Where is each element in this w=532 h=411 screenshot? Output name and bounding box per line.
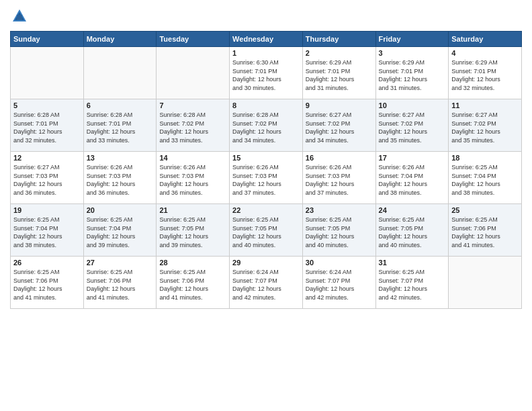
day-number: 1 <box>232 49 300 57</box>
calendar-cell: 23Sunrise: 6:25 AMSunset: 7:05 PMDayligh… <box>302 204 375 257</box>
day-number: 19 <box>13 206 81 214</box>
calendar-table: SundayMondayTuesdayWednesdayThursdayFrid… <box>10 31 522 309</box>
day-info: Sunrise: 6:25 AMSunset: 7:06 PMDaylight:… <box>87 268 154 302</box>
day-number: 18 <box>451 154 519 162</box>
day-number: 26 <box>13 259 81 267</box>
day-info: Sunrise: 6:25 AMSunset: 7:05 PMDaylight:… <box>306 216 373 249</box>
day-number: 25 <box>451 206 519 214</box>
day-info: Sunrise: 6:25 AMSunset: 7:04 PMDaylight:… <box>87 216 154 249</box>
calendar-cell: 25Sunrise: 6:25 AMSunset: 7:06 PMDayligh… <box>449 204 522 257</box>
day-number: 20 <box>87 206 154 214</box>
calendar-cell: 24Sunrise: 6:25 AMSunset: 7:05 PMDayligh… <box>375 204 449 257</box>
logo-icon <box>10 7 29 26</box>
calendar-cell: 28Sunrise: 6:25 AMSunset: 7:06 PMDayligh… <box>157 257 230 309</box>
day-number: 17 <box>379 154 446 162</box>
day-info: Sunrise: 6:25 AMSunset: 7:06 PMDaylight:… <box>13 268 81 302</box>
calendar-cell: 15Sunrise: 6:26 AMSunset: 7:03 PMDayligh… <box>230 152 303 204</box>
calendar-cell: 11Sunrise: 6:27 AMSunset: 7:02 PMDayligh… <box>449 99 522 152</box>
day-info: Sunrise: 6:28 AMSunset: 7:01 PMDaylight:… <box>13 111 81 144</box>
day-number: 28 <box>159 259 226 267</box>
weekday-header-sunday: Sunday <box>11 32 84 47</box>
calendar-cell: 16Sunrise: 6:26 AMSunset: 7:03 PMDayligh… <box>302 152 375 204</box>
week-row-4: 19Sunrise: 6:25 AMSunset: 7:04 PMDayligh… <box>11 204 522 257</box>
calendar-cell: 20Sunrise: 6:25 AMSunset: 7:04 PMDayligh… <box>83 204 157 257</box>
day-number: 29 <box>232 259 300 267</box>
calendar-cell <box>157 47 230 99</box>
calendar-cell: 22Sunrise: 6:25 AMSunset: 7:05 PMDayligh… <box>230 204 303 257</box>
day-info: Sunrise: 6:25 AMSunset: 7:05 PMDaylight:… <box>232 216 300 249</box>
weekday-header-monday: Monday <box>83 32 157 47</box>
day-info: Sunrise: 6:25 AMSunset: 7:07 PMDaylight:… <box>379 268 446 302</box>
day-info: Sunrise: 6:28 AMSunset: 7:02 PMDaylight:… <box>232 111 300 144</box>
day-number: 30 <box>306 259 373 267</box>
calendar-cell: 2Sunrise: 6:29 AMSunset: 7:01 PMDaylight… <box>302 47 375 99</box>
day-info: Sunrise: 6:25 AMSunset: 7:05 PMDaylight:… <box>159 216 226 249</box>
calendar-cell: 5Sunrise: 6:28 AMSunset: 7:01 PMDaylight… <box>11 99 84 152</box>
day-number: 2 <box>306 49 373 57</box>
day-number: 31 <box>379 259 446 267</box>
day-number: 5 <box>13 101 81 109</box>
calendar-cell: 26Sunrise: 6:25 AMSunset: 7:06 PMDayligh… <box>11 257 84 309</box>
week-row-2: 5Sunrise: 6:28 AMSunset: 7:01 PMDaylight… <box>11 99 522 152</box>
day-info: Sunrise: 6:25 AMSunset: 7:04 PMDaylight:… <box>451 163 519 197</box>
day-number: 23 <box>306 206 373 214</box>
day-info: Sunrise: 6:24 AMSunset: 7:07 PMDaylight:… <box>306 268 373 302</box>
header <box>10 7 522 26</box>
calendar-cell: 29Sunrise: 6:24 AMSunset: 7:07 PMDayligh… <box>230 257 303 309</box>
weekday-header-friday: Friday <box>375 32 449 47</box>
day-number: 7 <box>159 101 226 109</box>
calendar-cell: 31Sunrise: 6:25 AMSunset: 7:07 PMDayligh… <box>375 257 449 309</box>
day-info: Sunrise: 6:27 AMSunset: 7:02 PMDaylight:… <box>451 111 519 144</box>
calendar-cell: 4Sunrise: 6:29 AMSunset: 7:01 PMDaylight… <box>449 47 522 99</box>
weekday-header-row: SundayMondayTuesdayWednesdayThursdayFrid… <box>11 32 522 47</box>
day-number: 4 <box>451 49 519 57</box>
calendar-cell: 6Sunrise: 6:28 AMSunset: 7:01 PMDaylight… <box>83 99 157 152</box>
calendar-cell: 14Sunrise: 6:26 AMSunset: 7:03 PMDayligh… <box>157 152 230 204</box>
calendar-cell <box>11 47 84 99</box>
day-number: 13 <box>87 154 154 162</box>
week-row-3: 12Sunrise: 6:27 AMSunset: 7:03 PMDayligh… <box>11 152 522 204</box>
day-number: 11 <box>451 101 519 109</box>
day-number: 12 <box>13 154 81 162</box>
day-number: 16 <box>306 154 373 162</box>
day-info: Sunrise: 6:25 AMSunset: 7:04 PMDaylight:… <box>13 216 81 249</box>
calendar-cell: 19Sunrise: 6:25 AMSunset: 7:04 PMDayligh… <box>11 204 84 257</box>
weekday-header-wednesday: Wednesday <box>230 32 303 47</box>
calendar-cell: 1Sunrise: 6:30 AMSunset: 7:01 PMDaylight… <box>230 47 303 99</box>
calendar-cell: 7Sunrise: 6:28 AMSunset: 7:02 PMDaylight… <box>157 99 230 152</box>
weekday-header-tuesday: Tuesday <box>157 32 230 47</box>
calendar-cell: 30Sunrise: 6:24 AMSunset: 7:07 PMDayligh… <box>302 257 375 309</box>
logo <box>10 7 30 26</box>
day-info: Sunrise: 6:26 AMSunset: 7:03 PMDaylight:… <box>232 163 300 197</box>
day-number: 21 <box>159 206 226 214</box>
calendar-cell: 3Sunrise: 6:29 AMSunset: 7:01 PMDaylight… <box>375 47 449 99</box>
day-number: 15 <box>232 154 300 162</box>
day-info: Sunrise: 6:29 AMSunset: 7:01 PMDaylight:… <box>306 58 373 92</box>
day-info: Sunrise: 6:28 AMSunset: 7:01 PMDaylight:… <box>87 111 154 144</box>
calendar-cell: 27Sunrise: 6:25 AMSunset: 7:06 PMDayligh… <box>83 257 157 309</box>
day-info: Sunrise: 6:24 AMSunset: 7:07 PMDaylight:… <box>232 268 300 302</box>
day-info: Sunrise: 6:30 AMSunset: 7:01 PMDaylight:… <box>232 58 300 92</box>
calendar-cell: 13Sunrise: 6:26 AMSunset: 7:03 PMDayligh… <box>83 152 157 204</box>
calendar-cell: 21Sunrise: 6:25 AMSunset: 7:05 PMDayligh… <box>157 204 230 257</box>
day-info: Sunrise: 6:26 AMSunset: 7:03 PMDaylight:… <box>306 163 373 197</box>
day-info: Sunrise: 6:27 AMSunset: 7:03 PMDaylight:… <box>13 163 81 197</box>
day-number: 27 <box>87 259 154 267</box>
weekday-header-saturday: Saturday <box>449 32 522 47</box>
calendar-cell: 12Sunrise: 6:27 AMSunset: 7:03 PMDayligh… <box>11 152 84 204</box>
day-info: Sunrise: 6:26 AMSunset: 7:03 PMDaylight:… <box>159 163 226 197</box>
day-number: 24 <box>379 206 446 214</box>
day-number: 10 <box>379 101 446 109</box>
calendar-page: SundayMondayTuesdayWednesdayThursdayFrid… <box>0 0 532 411</box>
week-row-5: 26Sunrise: 6:25 AMSunset: 7:06 PMDayligh… <box>11 257 522 309</box>
day-info: Sunrise: 6:27 AMSunset: 7:02 PMDaylight:… <box>306 111 373 144</box>
day-info: Sunrise: 6:27 AMSunset: 7:02 PMDaylight:… <box>379 111 446 144</box>
calendar-cell <box>449 257 522 309</box>
svg-rect-3 <box>17 15 22 20</box>
calendar-cell <box>83 47 157 99</box>
day-info: Sunrise: 6:25 AMSunset: 7:05 PMDaylight:… <box>379 216 446 249</box>
day-number: 6 <box>87 101 154 109</box>
calendar-cell: 10Sunrise: 6:27 AMSunset: 7:02 PMDayligh… <box>375 99 449 152</box>
day-info: Sunrise: 6:26 AMSunset: 7:04 PMDaylight:… <box>379 163 446 197</box>
day-number: 3 <box>379 49 446 57</box>
